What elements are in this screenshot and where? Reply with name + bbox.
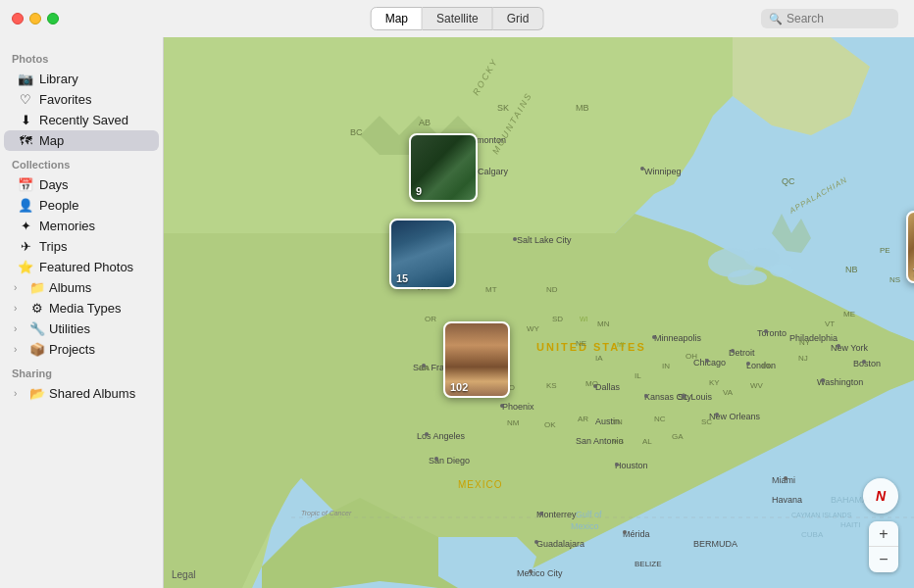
svg-point-33 <box>615 463 619 466</box>
svg-text:SC: SC <box>701 417 712 426</box>
map-icon: 🗺 <box>18 133 33 148</box>
svg-point-46 <box>837 344 840 348</box>
svg-text:WY: WY <box>527 324 540 333</box>
tab-grid[interactable]: Grid <box>493 7 544 30</box>
photo-pin-sf[interactable]: 102 <box>443 321 510 398</box>
svg-text:Philadelphia: Philadelphia <box>789 333 838 343</box>
collections-section-label: Collections <box>0 151 163 174</box>
photo-pin-east[interactable]: 7 <box>906 211 914 283</box>
svg-text:Chicago: Chicago <box>693 358 726 368</box>
svg-point-58 <box>784 476 787 480</box>
projects-chevron-icon: › <box>14 344 25 355</box>
sidebar-item-featured-photos[interactable]: ⭐ Featured Photos <box>4 257 159 277</box>
svg-point-50 <box>821 378 825 382</box>
sidebar-label-utilities: Utilities <box>49 321 90 336</box>
svg-text:AL: AL <box>642 437 652 446</box>
svg-point-3 <box>728 270 767 285</box>
svg-text:KY: KY <box>709 378 720 387</box>
sidebar-item-favorites[interactable]: ♡ Favorites <box>4 89 159 110</box>
sidebar-item-albums[interactable]: › 📁 Albums <box>4 277 159 298</box>
svg-point-52 <box>644 394 648 398</box>
svg-text:Mexico City: Mexico City <box>517 568 563 578</box>
svg-text:WI: WI <box>580 316 588 322</box>
svg-text:Salt Lake City: Salt Lake City <box>517 235 572 245</box>
svg-text:NS: NS <box>889 275 900 284</box>
sidebar-item-projects[interactable]: › 📦 Projects <box>4 339 159 360</box>
svg-text:MI: MI <box>617 341 625 348</box>
pin-count-bc: 9 <box>416 185 422 197</box>
sidebar-item-trips[interactable]: ✈ Trips <box>4 236 159 257</box>
photo-pin-wa[interactable]: 15 <box>389 219 456 289</box>
days-icon: 📅 <box>18 177 33 192</box>
svg-point-39 <box>731 349 735 353</box>
main-content: Photos 📷 Library ♡ Favorites ⬇ Recently … <box>0 37 914 588</box>
svg-text:PA: PA <box>762 362 773 370</box>
svg-text:BERMUDA: BERMUDA <box>693 539 737 549</box>
sidebar-item-shared-albums[interactable]: › 📂 Shared Albums <box>4 383 159 404</box>
svg-text:Minneapolis: Minneapolis <box>654 333 702 343</box>
utilities-chevron-icon: › <box>14 323 25 334</box>
svg-text:WV: WV <box>750 381 764 390</box>
search-bar[interactable]: 🔍 <box>761 9 898 28</box>
svg-point-71 <box>623 530 627 534</box>
svg-text:IA: IA <box>595 354 603 363</box>
legal-link[interactable]: Legal <box>172 569 195 580</box>
albums-chevron-icon: › <box>14 282 25 293</box>
zoom-out-button[interactable]: − <box>869 547 898 572</box>
svg-point-25 <box>434 457 438 461</box>
zoom-controls: + − <box>869 521 898 572</box>
svg-point-69 <box>529 569 533 573</box>
library-icon: 📷 <box>18 72 33 86</box>
svg-text:NJ: NJ <box>798 354 808 363</box>
minimize-button[interactable] <box>29 13 41 24</box>
sidebar-item-days[interactable]: 📅 Days <box>4 174 159 195</box>
compass-rose: N <box>863 478 898 514</box>
svg-text:NC: NC <box>654 415 666 423</box>
svg-text:MB: MB <box>576 103 589 113</box>
svg-text:Toronto: Toronto <box>757 328 787 338</box>
svg-text:OH: OH <box>686 352 697 361</box>
svg-text:NB: NB <box>845 265 858 274</box>
sidebar-label-recently-saved: Recently Saved <box>39 113 128 127</box>
svg-text:IL: IL <box>635 371 641 380</box>
sidebar-item-people[interactable]: 👤 People <box>4 195 159 216</box>
tab-map[interactable]: Map <box>371 7 423 30</box>
trips-icon: ✈ <box>18 239 33 254</box>
close-button[interactable] <box>12 13 24 24</box>
svg-text:MO: MO <box>585 379 598 388</box>
title-bar: Map Satellite Grid 🔍 <box>0 0 914 37</box>
svg-point-35 <box>652 335 656 339</box>
map-view[interactable]: ROCKY MOUNTAINS APPALACHIAN UNITED STATE… <box>164 37 914 588</box>
svg-text:NE: NE <box>576 339 586 348</box>
sidebar-item-map[interactable]: 🗺 Map <box>4 130 159 151</box>
photos-section-label: Photos <box>0 45 163 69</box>
media-types-icon: ⚙ <box>29 301 45 316</box>
sidebar-label-favorites: Favorites <box>39 92 91 107</box>
svg-text:VA: VA <box>723 388 734 397</box>
projects-icon: 📦 <box>29 342 45 357</box>
zoom-in-button[interactable]: + <box>869 521 898 547</box>
search-icon: 🔍 <box>769 13 783 25</box>
sidebar-item-memories[interactable]: ✦ Memories <box>4 216 159 236</box>
svg-point-56 <box>715 413 719 416</box>
svg-text:Phoenix: Phoenix <box>502 402 534 412</box>
sidebar-label-people: People <box>39 198 78 213</box>
map-controls: N + − <box>863 478 898 572</box>
tab-satellite[interactable]: Satellite <box>423 7 493 30</box>
sidebar-item-recently-saved[interactable]: ⬇ Recently Saved <box>4 110 159 130</box>
svg-point-23 <box>425 432 429 436</box>
search-input[interactable] <box>787 12 885 25</box>
svg-text:Boston: Boston <box>853 359 881 368</box>
photo-pin-bc[interactable]: 9 <box>409 133 478 202</box>
svg-text:VT: VT <box>825 319 835 328</box>
sidebar-label-memories: Memories <box>39 219 95 233</box>
map-background: ROCKY MOUNTAINS APPALACHIAN UNITED STATE… <box>164 37 914 588</box>
sidebar-label-shared-albums: Shared Albums <box>49 386 135 401</box>
sidebar-item-utilities[interactable]: › 🔧 Utilities <box>4 318 159 339</box>
sidebar: Photos 📷 Library ♡ Favorites ⬇ Recently … <box>0 37 164 588</box>
sidebar-item-media-types[interactable]: › ⚙ Media Types <box>4 298 159 318</box>
svg-text:Gulf of: Gulf of <box>576 510 602 519</box>
svg-point-43 <box>764 329 768 333</box>
sidebar-item-library[interactable]: 📷 Library <box>4 69 159 89</box>
maximize-button[interactable] <box>47 13 59 24</box>
